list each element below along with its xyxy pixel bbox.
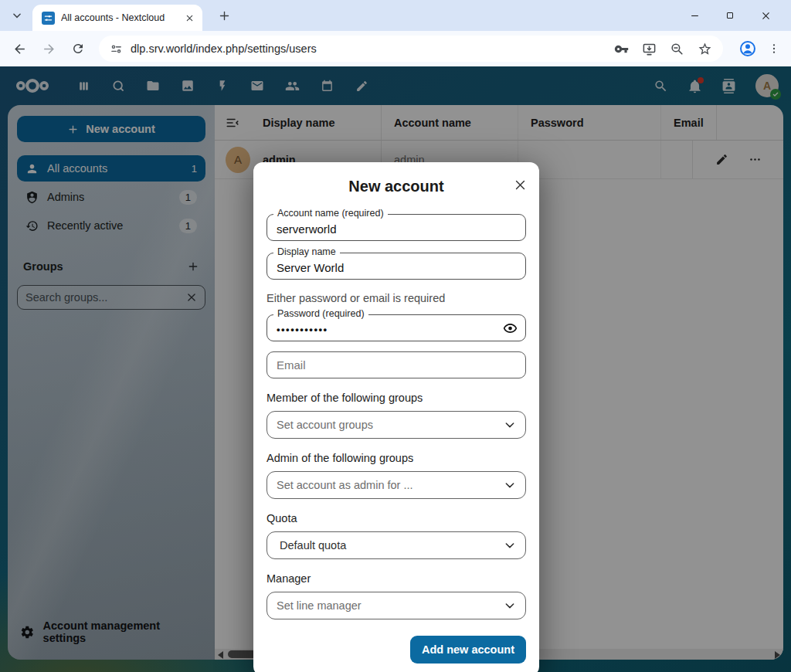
- browser-toolbar: dlp.srv.world/index.php/settings/users: [0, 31, 791, 66]
- new-account-modal: New account Account name (required) Disp…: [253, 162, 539, 672]
- account-name-field[interactable]: Account name (required): [266, 214, 526, 241]
- close-window-button[interactable]: [748, 3, 783, 28]
- kebab-menu-icon: [768, 42, 780, 55]
- modal-actions: Add new account: [266, 636, 526, 664]
- arrow-right-icon: [42, 42, 56, 56]
- email-field[interactable]: [266, 351, 526, 378]
- email-input[interactable]: [267, 352, 525, 378]
- quota-value: Default quota: [280, 539, 346, 552]
- member-groups-select[interactable]: Set account groups: [266, 411, 526, 439]
- manager-select[interactable]: Set line manager: [266, 592, 526, 619]
- tab-strip: All accounts - Nextcloud: [0, 0, 791, 31]
- browser-chrome: All accounts - Nextcloud dlp.srv.world/i…: [0, 0, 791, 66]
- reload-icon: [71, 42, 85, 56]
- close-icon[interactable]: [511, 175, 529, 194]
- chevron-down-icon: [504, 419, 516, 431]
- tab-title: All accounts - Nextcloud: [61, 12, 176, 23]
- display-name-field-label: Display name: [273, 246, 340, 257]
- arrow-left-icon: [12, 42, 27, 56]
- tab-search-button[interactable]: [6, 5, 28, 26]
- forward-button[interactable]: [37, 37, 60, 60]
- minimize-button[interactable]: [677, 3, 712, 28]
- back-button[interactable]: [8, 37, 31, 60]
- modal-title: New account: [266, 178, 526, 195]
- new-tab-button[interactable]: [213, 5, 235, 26]
- plus-icon: [219, 10, 230, 22]
- omnibox-actions: [614, 42, 712, 56]
- account-name-field-label: Account name (required): [273, 208, 388, 219]
- chevron-down-icon: [504, 479, 516, 491]
- passwords-key-icon[interactable]: [614, 42, 629, 56]
- manager-label: Manager: [266, 572, 526, 585]
- nextcloud-settings-favicon: [42, 12, 55, 25]
- password-field[interactable]: Password (required): [266, 314, 526, 341]
- admin-groups-placeholder: Set account as admin for ...: [277, 479, 413, 491]
- chevron-down-icon: [504, 599, 516, 612]
- site-info-icon[interactable]: [110, 42, 123, 56]
- browser-menu-button[interactable]: [765, 38, 783, 59]
- bookmark-star-icon[interactable]: [698, 42, 712, 56]
- install-app-icon[interactable]: [642, 42, 657, 56]
- chevron-down-icon: [504, 539, 516, 552]
- manager-placeholder: Set line manager: [277, 599, 362, 612]
- quota-label: Quota: [266, 512, 526, 524]
- nextcloud-page: A New account All accounts 1 Admins: [0, 66, 791, 672]
- browser-tab[interactable]: All accounts - Nextcloud: [32, 5, 202, 31]
- browser-profile-button[interactable]: [737, 38, 759, 59]
- chevron-down-icon: [12, 10, 22, 21]
- url-text[interactable]: dlp.srv.world/index.php/settings/users: [131, 42, 606, 55]
- member-groups-label: Member of the following groups: [266, 392, 526, 404]
- reload-button[interactable]: [66, 37, 90, 60]
- password-email-hint: Either password or email is required: [266, 292, 526, 304]
- tab-close-icon[interactable]: [182, 11, 196, 25]
- admin-groups-label: Admin of the following groups: [266, 452, 526, 464]
- url-bar[interactable]: dlp.srv.world/index.php/settings/users: [99, 36, 723, 62]
- display-name-field[interactable]: Display name: [266, 253, 526, 280]
- admin-groups-select[interactable]: Set account as admin for ...: [266, 471, 526, 499]
- quota-select[interactable]: Default quota: [266, 531, 526, 559]
- toggle-password-visibility-eye-icon[interactable]: [503, 321, 518, 335]
- maximize-button[interactable]: [712, 3, 748, 28]
- password-field-label: Password (required): [273, 308, 368, 319]
- member-groups-placeholder: Set account groups: [277, 419, 373, 431]
- zoom-icon[interactable]: [670, 42, 684, 56]
- profile-icon: [738, 39, 757, 58]
- add-new-account-button[interactable]: Add new account: [410, 636, 526, 664]
- window-controls: [677, 3, 783, 28]
